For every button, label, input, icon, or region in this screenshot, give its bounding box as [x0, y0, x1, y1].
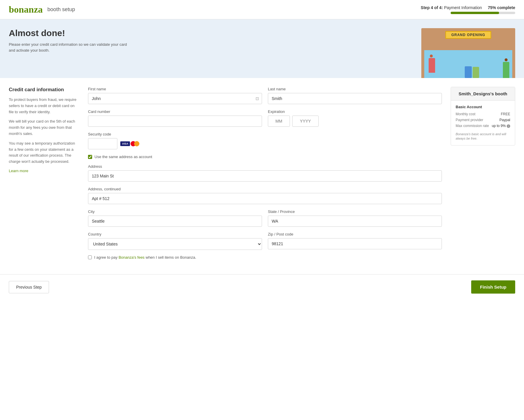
commission-info-icon[interactable]: i — [507, 124, 510, 128]
card-number-label: Card number — [88, 109, 262, 114]
first-name-input-wrapper: ⊡ — [88, 93, 262, 104]
name-row: First name ⊡ Last name — [88, 87, 442, 104]
same-address-label[interactable]: Use the same address as account — [94, 155, 152, 159]
booth-account-type: Basic Account — [456, 105, 510, 109]
country-group: Country United States Canada United King… — [88, 232, 262, 250]
state-input[interactable] — [268, 216, 442, 227]
security-code-label: Security code — [88, 132, 442, 136]
state-label: State / Province — [268, 209, 442, 214]
zip-input[interactable] — [268, 238, 442, 249]
card-hint-icon: ⊡ — [256, 96, 259, 101]
hero-heading: Almost done! — [9, 28, 132, 38]
header-right: Step 4 of 4: Payment Information 75% com… — [421, 5, 515, 14]
expiry-yyyy-input[interactable] — [292, 116, 319, 127]
dress-form-2 — [473, 67, 479, 78]
payment-provider-label: Payment provider — [456, 118, 483, 122]
card-number-input[interactable] — [88, 116, 262, 127]
hero-image: GRAND OPENING — [421, 28, 515, 78]
bonanza-fees-link[interactable]: Bonanza's fees — [119, 255, 145, 260]
learn-more-link[interactable]: Learn more — [9, 169, 28, 173]
security-row: VISA — [88, 138, 442, 149]
same-address-checkbox[interactable] — [88, 155, 92, 159]
store-sign-text: GRAND OPENING — [445, 31, 491, 39]
card-icons: VISA — [120, 141, 139, 146]
figure-2 — [503, 58, 509, 78]
first-name-input[interactable] — [88, 93, 262, 104]
address2-label: Address, continued — [88, 187, 442, 191]
complete-label: 75% complete — [488, 5, 515, 10]
previous-step-button[interactable]: Previous Step — [9, 281, 49, 293]
page-header: bonanza booth setup Step 4 of 4: Payment… — [0, 0, 524, 19]
agree-row: I agree to pay Bonanza's fees when I sel… — [88, 255, 442, 260]
country-zip-row: Country United States Canada United King… — [88, 232, 442, 250]
commission-rate-value: up to 9% i — [492, 124, 510, 128]
city-group: City — [88, 209, 262, 227]
address2-input[interactable] — [88, 193, 442, 204]
card-number-group: Card number — [88, 109, 262, 127]
city-state-row: City State / Province — [88, 209, 442, 227]
country-select[interactable]: United States Canada United Kingdom Aust… — [88, 238, 262, 250]
cc-section-title: Credit card information — [9, 87, 79, 93]
agree-checkbox[interactable] — [88, 255, 92, 259]
visa-icon: VISA — [120, 141, 130, 146]
progress-bar — [451, 12, 515, 14]
address-section: Address — [88, 164, 442, 182]
hero-description: Please enter your credit card informatio… — [9, 42, 132, 53]
expiration-group: Expiration — [268, 109, 442, 127]
booth-panel-body: Basic Account Monthly cost FREE Payment … — [451, 101, 515, 145]
sidebar-para3: You may see a temporary authorization fo… — [9, 140, 79, 165]
city-label: City — [88, 209, 262, 214]
commission-rate-row: Max commission rate up to 9% i — [456, 124, 510, 128]
left-sidebar: Credit card information To protect buyer… — [9, 87, 79, 173]
booth-panel-header: Smith_Designs's booth — [451, 87, 515, 101]
store-window — [424, 50, 512, 78]
hero-banner: Almost done! Please enter your credit ca… — [0, 19, 524, 78]
zip-label: Zip / Post code — [268, 232, 442, 236]
expiry-mm-input[interactable] — [268, 116, 290, 127]
step-name: Payment Information — [444, 5, 482, 10]
booth-note: Bonanza's basic account is and will alwa… — [456, 132, 510, 141]
expiration-label: Expiration — [268, 109, 442, 114]
address-label: Address — [88, 164, 442, 169]
sidebar-para1: To protect buyers from fraud, we require… — [9, 97, 79, 115]
security-code-input[interactable] — [88, 138, 117, 149]
zip-group: Zip / Post code — [268, 232, 442, 250]
sidebar-para2: We will bill your card on the 5th of eac… — [9, 118, 79, 137]
first-name-label: First name — [88, 87, 262, 91]
agree-text: I agree to pay — [94, 255, 119, 260]
payment-provider-value: Paypal — [499, 118, 510, 122]
address2-section: Address, continued — [88, 187, 442, 204]
monthly-cost-label: Monthly cost — [456, 112, 475, 116]
first-name-group: First name ⊡ — [88, 87, 262, 104]
header-left: bonanza booth setup — [9, 4, 75, 15]
monthly-cost-row: Monthly cost FREE — [456, 112, 510, 116]
payment-provider-row: Payment provider Paypal — [456, 118, 510, 122]
dress-form-1 — [465, 66, 472, 78]
hero-text: Almost done! Please enter your credit ca… — [9, 28, 132, 53]
last-name-group: Last name — [268, 87, 442, 104]
city-input[interactable] — [88, 216, 262, 227]
monthly-cost-value: FREE — [501, 112, 510, 116]
expiry-inputs — [268, 116, 442, 127]
mastercard-right-circle — [134, 141, 139, 146]
booth-panel: Smith_Designs's booth Basic Account Mont… — [451, 87, 515, 145]
country-label: Country — [88, 232, 262, 236]
address-input[interactable] — [88, 170, 442, 182]
figure-1 — [429, 55, 434, 78]
agree-suffix: when I sell items on Bonanza. — [145, 255, 196, 260]
main-content: Credit card information To protect buyer… — [0, 78, 524, 268]
finish-setup-button[interactable]: Finish Setup — [471, 280, 515, 294]
step-label: Step 4 of 4: — [421, 5, 443, 10]
agree-label[interactable]: I agree to pay Bonanza's fees when I sel… — [94, 255, 196, 260]
last-name-input[interactable] — [268, 93, 442, 104]
same-address-row: Use the same address as account — [88, 155, 442, 159]
step-info: Step 4 of 4: Payment Information — [421, 5, 482, 10]
logo: bonanza — [9, 4, 43, 15]
form-area: First name ⊡ Last name Card number Expir… — [88, 87, 442, 260]
progress-fill — [451, 12, 499, 14]
security-code-section: Security code VISA — [88, 132, 442, 149]
commission-rate-label: Max commission rate — [456, 124, 489, 128]
page-footer: Previous Step Finish Setup — [0, 274, 524, 299]
card-expiry-row: Card number Expiration — [88, 109, 442, 127]
state-group: State / Province — [268, 209, 442, 227]
